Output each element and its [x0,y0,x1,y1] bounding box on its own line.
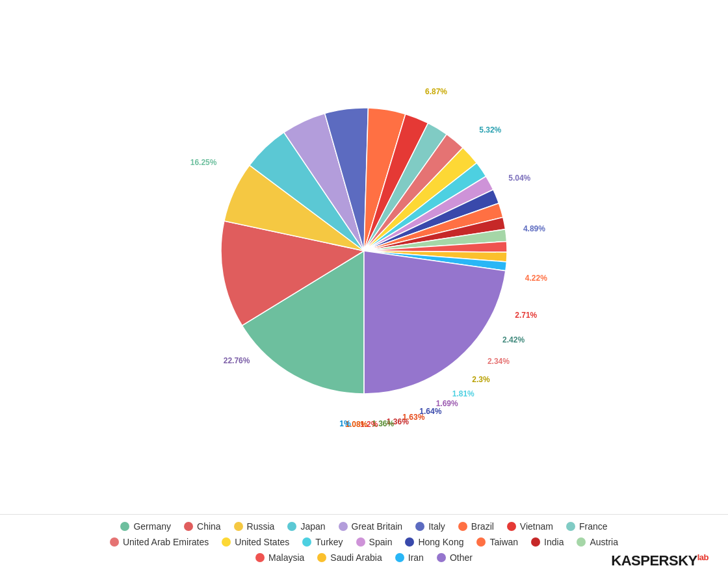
legend-dot [234,522,243,531]
legend-dot [184,522,193,531]
legend-label: United Arab Emirates [123,537,209,547]
legend-item: Saudi Arabia [317,552,382,563]
pie-label: 1% [339,419,351,428]
legend-dot [415,522,424,531]
legend-item: United Arab Emirates [110,537,209,547]
legend-item: Spain [356,537,393,547]
legend-label: Malaysia [268,552,304,563]
pie-chart: 16.25%12.1%6.87%5.32%5.04%4.89%4.22%2.71… [162,75,566,439]
legend-label: Taiwan [489,537,518,547]
legend-dot [577,537,586,547]
logo-suffix: lab [697,552,708,562]
legend-label: Hong Kong [418,537,463,547]
pie-label: 5.32% [479,125,501,134]
legend-item: United States [222,537,289,547]
pie-label: 6.87% [425,86,447,96]
legend-label: Japan [300,521,325,532]
pie-label: 5.04% [508,173,530,182]
legend-item: Turkey [302,537,343,547]
pie-label: 4.89% [523,224,545,233]
legend-label: Spain [369,537,393,547]
legend-dot [531,537,540,547]
legend-label: United States [235,537,289,547]
legend-label: Iran [408,552,424,563]
legend-label: Saudi Arabia [330,552,382,563]
logo-text: KASPERSKY [611,552,697,569]
legend-item: Germany [120,521,171,532]
legend-label: Italy [428,521,445,532]
legend-label: Other [450,552,473,563]
pie-label: 16.25% [190,157,217,166]
pie-label: 2.71% [515,310,537,319]
legend-dot [356,537,365,547]
pie-segment [364,251,506,394]
legend-item: Great Britain [339,521,403,532]
legend-dot [222,537,231,547]
legend-row: GermanyChinaRussiaJapanGreat BritainItal… [39,521,689,532]
legend-dot [476,537,486,547]
legend-item: Other [437,552,473,563]
legend-dot [317,553,326,562]
legend-label: Vietnam [520,521,553,532]
legend-dot [255,553,265,562]
legend-label: India [544,537,564,547]
legend-item: India [531,537,564,547]
pie-area: 16.25%12.1%6.87%5.32%5.04%4.89%4.22%2.71… [0,0,728,514]
pie-label: 2.3% [472,375,490,384]
legend-row: MalaysiaSaudi ArabiaIranOther [39,552,689,563]
kaspersky-logo: KASPERSKYlab [611,552,708,569]
legend-item: Iran [395,552,424,563]
legend-item: Brazil [458,521,494,532]
legend-dot [507,522,516,531]
legend-label: Russia [247,521,275,532]
legend-dot [458,522,467,531]
legend-item: Russia [234,521,275,532]
pie-label: 4.22% [525,274,547,283]
legend-label: France [579,521,608,532]
legend-dot [405,537,414,547]
legend-label: Germany [133,521,171,532]
legend-item: France [566,521,608,532]
pie-label: 22.76% [224,356,250,365]
legend-label: Turkey [315,537,343,547]
pie-label: 1.81% [452,389,474,398]
legend-item: Japan [287,521,325,532]
legend-dot [395,553,404,562]
legend-dot [120,522,129,531]
legend-item: Austria [577,537,618,547]
legend-item: Malaysia [255,552,304,563]
legend-dot [302,537,311,547]
legend-dot [287,522,296,531]
legend-item: Italy [415,521,445,532]
legend-label: Brazil [471,521,494,532]
legend-item: Vietnam [507,521,553,532]
legend-label: China [197,521,221,532]
legend-label: Great Britain [352,521,403,532]
legend-item: Taiwan [476,537,518,547]
legend-dot [339,522,348,531]
legend-dot [110,537,119,547]
legend-row: United Arab EmiratesUnited StatesTurkeyS… [39,537,689,547]
chart-container: 16.25%12.1%6.87%5.32%5.04%4.89%4.22%2.71… [0,0,728,581]
legend-dot [566,522,575,531]
pie-label: 2.42% [502,335,525,344]
legend-item: China [184,521,221,532]
legend-item: Hong Kong [405,537,463,547]
legend-area: GermanyChinaRussiaJapanGreat BritainItal… [0,514,728,581]
legend-label: Austria [590,537,618,547]
legend-dot [437,553,446,562]
pie-label: 2.34% [488,357,510,366]
